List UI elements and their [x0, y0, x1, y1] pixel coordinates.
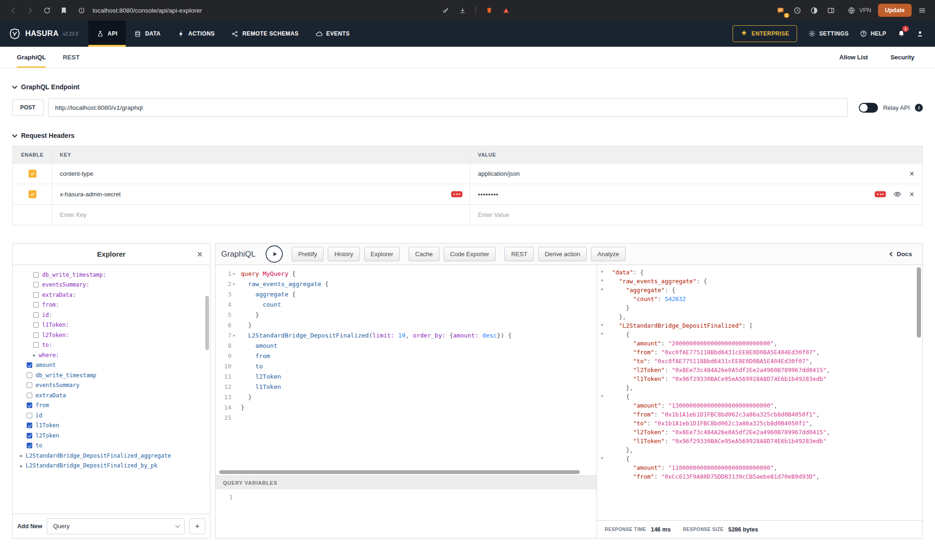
explorer-item-to[interactable]: to [13, 441, 210, 451]
field-checkbox[interactable] [27, 373, 32, 378]
history-icon[interactable] [790, 3, 805, 18]
remove-header-icon[interactable] [909, 191, 915, 197]
tab-rest[interactable]: REST [63, 47, 79, 68]
back-icon[interactable] [6, 3, 21, 18]
nav-item-api[interactable]: API [88, 21, 126, 47]
forward-icon[interactable] [22, 3, 37, 18]
user-menu-button[interactable] [916, 30, 924, 37]
url-bar[interactable]: localhost:8080/console/api/api-explorer [74, 3, 513, 18]
brave-shield-icon[interactable] [482, 3, 496, 18]
field-checkbox[interactable] [27, 413, 32, 418]
toolbar-button-derive-action[interactable]: Derive action [538, 247, 587, 261]
toolbar-button-rest[interactable]: REST [504, 247, 534, 261]
vpn-button[interactable]: VPN [847, 6, 871, 15]
explorer-item-extradata[interactable]: extraData [13, 390, 210, 401]
collapse-arrow-icon[interactable]: ▸ [20, 453, 22, 458]
key-icon[interactable] [438, 3, 453, 18]
explorer-item-l1token[interactable]: l1Token: [13, 320, 210, 330]
http-method-button[interactable]: POST [12, 99, 43, 116]
field-checkbox[interactable] [33, 302, 39, 308]
collapse-arrow-icon[interactable]: ▸ [33, 352, 36, 358]
header-key-cell[interactable]: x-hasura-admin-secret [52, 184, 470, 204]
toolbar-button-cache[interactable]: Cache [409, 247, 439, 261]
menu-icon[interactable] [914, 3, 929, 18]
toolbar-button-analyze[interactable]: Analyze [591, 247, 626, 261]
fold-arrow-icon[interactable]: ▾ [601, 278, 603, 283]
field-checkbox[interactable] [33, 332, 39, 338]
graphql-url-input[interactable]: http://localhost:8080/v1/graphql [48, 98, 848, 117]
header-value-cell[interactable]: •••••••• [470, 184, 922, 204]
fold-arrow-icon[interactable]: ▾ [601, 331, 603, 336]
query-variables-header[interactable]: QUERY VARIABLES [216, 475, 597, 489]
secret-dots-badge[interactable] [451, 191, 462, 197]
link-security[interactable]: Security [891, 54, 914, 61]
field-checkbox[interactable] [33, 272, 39, 278]
warning-icon[interactable] [498, 3, 513, 18]
explorer-item-amount[interactable]: amount [13, 360, 210, 371]
settings-button[interactable]: SETTINGS [808, 30, 849, 37]
info-icon[interactable]: i [915, 104, 923, 112]
relay-api-toggle[interactable] [859, 103, 878, 113]
fold-arrow-icon[interactable]: ▾ [233, 279, 237, 289]
execute-query-button[interactable] [266, 245, 283, 263]
query-editor[interactable]: 1▾2▾34567▾89101112131415 query MyQuery {… [216, 265, 597, 470]
explorer-item-db-write-timestamp[interactable]: db_write_timestamp [13, 370, 210, 381]
sidebar-icon[interactable] [824, 3, 839, 18]
help-button[interactable]: HELP [860, 30, 886, 37]
explorer-item-l1token[interactable]: l1Token [13, 421, 210, 431]
close-icon[interactable] [196, 251, 203, 258]
notifications-button[interactable]: 1 [898, 30, 905, 37]
graphql-endpoint-section-header[interactable]: GraphQL Endpoint [12, 83, 923, 91]
explorer-item-from[interactable]: from: [13, 300, 210, 310]
hasura-brand[interactable]: HASURA v2.23.0 [0, 21, 88, 47]
field-checkbox[interactable] [27, 362, 32, 368]
enterprise-button[interactable]: ENTERPRISE [733, 25, 797, 42]
horizontal-scrollbar[interactable] [218, 470, 594, 474]
header-value-cell[interactable]: application/json [470, 164, 922, 184]
explorer-item-l2standardbridge-depositfinalized-aggregate[interactable]: ▸L2StandardBridge_DepositFinalized_aggre… [13, 451, 210, 461]
site-info-icon[interactable] [74, 3, 89, 18]
explorer-item-where[interactable]: ▸where: [13, 350, 210, 360]
fold-arrow-icon[interactable]: ▾ [233, 269, 237, 279]
explorer-item-l2token[interactable]: l2Token: [13, 330, 210, 340]
explorer-item-extradata[interactable]: extraData: [13, 290, 210, 300]
toolbar-button-code-exporter[interactable]: Code Exporter [444, 247, 496, 261]
nav-item-data[interactable]: DATA [126, 21, 169, 47]
header-key-cell[interactable]: content-type [52, 164, 470, 184]
theme-icon[interactable] [807, 3, 822, 18]
scrollbar-thumb[interactable] [219, 470, 580, 474]
reload-icon[interactable] [39, 3, 54, 18]
docs-button[interactable]: Docs [890, 251, 917, 258]
fold-arrow-icon[interactable]: ▾ [601, 287, 603, 292]
fold-arrow-icon[interactable]: ▾ [601, 394, 603, 398]
extension-icon[interactable]: 1 [773, 3, 788, 18]
bookmark-icon[interactable] [56, 3, 71, 18]
nav-item-remote-schemas[interactable]: REMOTE SCHEMAS [223, 21, 307, 47]
field-checkbox[interactable] [33, 322, 39, 328]
add-query-button[interactable]: + [189, 518, 205, 534]
header-enabled-checkbox[interactable] [29, 170, 36, 178]
new-key-input[interactable]: Enter Key [52, 205, 470, 225]
explorer-item-eventssummary[interactable]: eventsSummary: [13, 280, 210, 290]
download-icon[interactable] [455, 3, 470, 18]
field-checkbox[interactable] [27, 402, 32, 408]
field-checkbox[interactable] [27, 423, 32, 428]
explorer-item-db-write-timestamp[interactable]: db_write_timestamp: [13, 270, 210, 280]
remove-header-icon[interactable] [909, 171, 915, 177]
header-enabled-checkbox[interactable] [29, 190, 36, 198]
fold-arrow-icon[interactable]: ▾ [233, 330, 237, 341]
query-code[interactable]: query MyQuery { raw_events_aggregate { a… [239, 269, 597, 470]
secret-dots-badge[interactable] [875, 191, 886, 197]
fold-arrow-icon[interactable]: ▾ [601, 456, 603, 460]
explorer-list[interactable]: db_write_timestamp:eventsSummary:extraDa… [13, 265, 210, 514]
vertical-scrollbar[interactable] [205, 296, 209, 350]
explorer-item-id[interactable]: id [13, 410, 210, 421]
link-allow-list[interactable]: Allow List [839, 54, 868, 61]
nav-item-events[interactable]: EVENTS [307, 21, 358, 47]
fold-arrow-icon[interactable]: ▾ [601, 269, 603, 274]
field-checkbox[interactable] [33, 312, 39, 318]
explorer-item-l2token[interactable]: l2Token [13, 431, 210, 441]
collapse-arrow-icon[interactable]: ▸ [20, 463, 22, 468]
explorer-item-eventssummary[interactable]: eventsSummary [13, 381, 210, 391]
explorer-item-from[interactable]: from [13, 401, 210, 411]
